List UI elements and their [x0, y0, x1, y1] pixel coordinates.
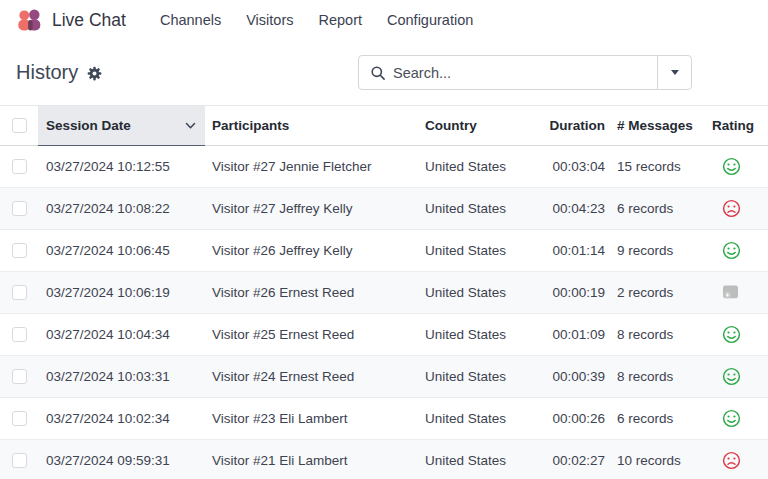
search-dropdown-toggle[interactable] [657, 56, 691, 89]
column-header-duration[interactable]: Duration [535, 106, 605, 146]
cell-messages: 2 records [605, 272, 705, 313]
cell-session-date: 03/27/2024 09:59:31 [38, 440, 205, 479]
column-header-messages[interactable]: # Messages [605, 106, 705, 146]
row-select-cell[interactable] [0, 146, 38, 187]
table-row[interactable]: 03/27/2024 09:59:31Visitor #21 Eli Lambe… [0, 440, 768, 479]
rating-happy-icon [722, 157, 741, 176]
menu-visitors[interactable]: Visitors [236, 6, 303, 34]
rating-placeholder-icon [722, 285, 739, 300]
navbar-menus: Channels Visitors Report Configuration [150, 6, 483, 34]
livechat-logo-icon [16, 7, 43, 34]
row-checkbox[interactable] [12, 411, 27, 426]
cell-rating [705, 146, 768, 187]
cell-duration: 00:00:26 [535, 398, 605, 439]
column-header-rating[interactable]: Rating [705, 106, 768, 146]
cell-session-date: 03/27/2024 10:12:55 [38, 146, 205, 187]
cell-country: United States [425, 398, 535, 439]
cell-rating [705, 356, 768, 397]
gear-icon[interactable] [87, 66, 102, 81]
cell-rating [705, 272, 768, 313]
cell-duration: 00:02:27 [535, 440, 605, 479]
cell-country: United States [425, 356, 535, 397]
row-checkbox[interactable] [12, 201, 27, 216]
row-select-cell[interactable] [0, 398, 38, 439]
row-checkbox[interactable] [12, 369, 27, 384]
menu-report[interactable]: Report [308, 6, 372, 34]
row-checkbox[interactable] [12, 159, 27, 174]
search-icon [359, 65, 393, 81]
cell-duration: 00:03:04 [535, 146, 605, 187]
cell-rating [705, 314, 768, 355]
cell-session-date: 03/27/2024 10:08:22 [38, 188, 205, 229]
cell-messages: 8 records [605, 314, 705, 355]
table-row[interactable]: 03/27/2024 10:06:19Visitor #26 Ernest Re… [0, 272, 768, 314]
cell-duration: 00:00:19 [535, 272, 605, 313]
cell-country: United States [425, 146, 535, 187]
session-table-body: 03/27/2024 10:12:55Visitor #27 Jennie Fl… [0, 146, 768, 479]
cell-country: United States [425, 230, 535, 271]
cell-participants: Visitor #27 Jeffrey Kelly [205, 188, 425, 229]
sessions-list: Session Date Participants Country Durati… [0, 105, 768, 479]
cell-country: United States [425, 188, 535, 229]
cell-participants: Visitor #27 Jennie Fletcher [205, 146, 425, 187]
cell-country: United States [425, 440, 535, 479]
cell-session-date: 03/27/2024 10:06:45 [38, 230, 205, 271]
cell-messages: 6 records [605, 188, 705, 229]
cell-participants: Visitor #26 Ernest Reed [205, 272, 425, 313]
top-navbar: Live Chat Channels Visitors Report Confi… [0, 0, 768, 40]
table-header-row: Session Date Participants Country Durati… [0, 106, 768, 146]
rating-happy-icon [722, 367, 741, 386]
column-header-session-date[interactable]: Session Date [38, 106, 205, 146]
table-row[interactable]: 03/27/2024 10:06:45Visitor #26 Jeffrey K… [0, 230, 768, 272]
table-row[interactable]: 03/27/2024 10:02:34Visitor #23 Eli Lambe… [0, 398, 768, 440]
row-checkbox[interactable] [12, 327, 27, 342]
cell-rating [705, 188, 768, 229]
table-row[interactable]: 03/27/2024 10:08:22Visitor #27 Jeffrey K… [0, 188, 768, 230]
checkbox[interactable] [12, 118, 27, 133]
row-checkbox[interactable] [12, 243, 27, 258]
cell-session-date: 03/27/2024 10:06:19 [38, 272, 205, 313]
control-panel: History [0, 40, 768, 105]
row-select-cell[interactable] [0, 230, 38, 271]
cell-duration: 00:00:39 [535, 356, 605, 397]
rating-sad-icon [722, 199, 741, 218]
search-input[interactable] [393, 65, 657, 81]
select-all-checkbox[interactable] [0, 106, 38, 146]
page-title: History [16, 61, 78, 84]
row-select-cell[interactable] [0, 272, 38, 313]
cell-participants: Visitor #25 Ernest Reed [205, 314, 425, 355]
table-row[interactable]: 03/27/2024 10:04:34Visitor #25 Ernest Re… [0, 314, 768, 356]
table-row[interactable]: 03/27/2024 10:03:31Visitor #24 Ernest Re… [0, 356, 768, 398]
rating-happy-icon [722, 325, 741, 344]
cell-rating [705, 230, 768, 271]
cell-duration: 00:04:23 [535, 188, 605, 229]
menu-configuration[interactable]: Configuration [377, 6, 483, 34]
cell-rating [705, 398, 768, 439]
chevron-down-icon [671, 70, 679, 75]
cell-duration: 00:01:09 [535, 314, 605, 355]
search-box [358, 55, 692, 90]
column-header-country[interactable]: Country [425, 106, 535, 146]
rating-happy-icon [722, 409, 741, 428]
menu-channels[interactable]: Channels [150, 6, 231, 34]
row-select-cell[interactable] [0, 314, 38, 355]
sort-chevron-icon [185, 122, 196, 130]
column-header-participants[interactable]: Participants [205, 106, 425, 146]
cell-country: United States [425, 272, 535, 313]
cell-messages: 10 records [605, 440, 705, 479]
cell-messages: 8 records [605, 356, 705, 397]
cell-session-date: 03/27/2024 10:02:34 [38, 398, 205, 439]
cell-duration: 00:01:14 [535, 230, 605, 271]
cell-messages: 9 records [605, 230, 705, 271]
app-menu-button[interactable]: Live Chat [16, 7, 126, 34]
row-select-cell[interactable] [0, 440, 38, 479]
row-select-cell[interactable] [0, 356, 38, 397]
cell-participants: Visitor #21 Eli Lambert [205, 440, 425, 479]
table-row[interactable]: 03/27/2024 10:12:55Visitor #27 Jennie Fl… [0, 146, 768, 188]
row-select-cell[interactable] [0, 188, 38, 229]
cell-session-date: 03/27/2024 10:04:34 [38, 314, 205, 355]
cell-session-date: 03/27/2024 10:03:31 [38, 356, 205, 397]
cell-participants: Visitor #23 Eli Lambert [205, 398, 425, 439]
row-checkbox[interactable] [12, 285, 27, 300]
row-checkbox[interactable] [12, 453, 27, 468]
